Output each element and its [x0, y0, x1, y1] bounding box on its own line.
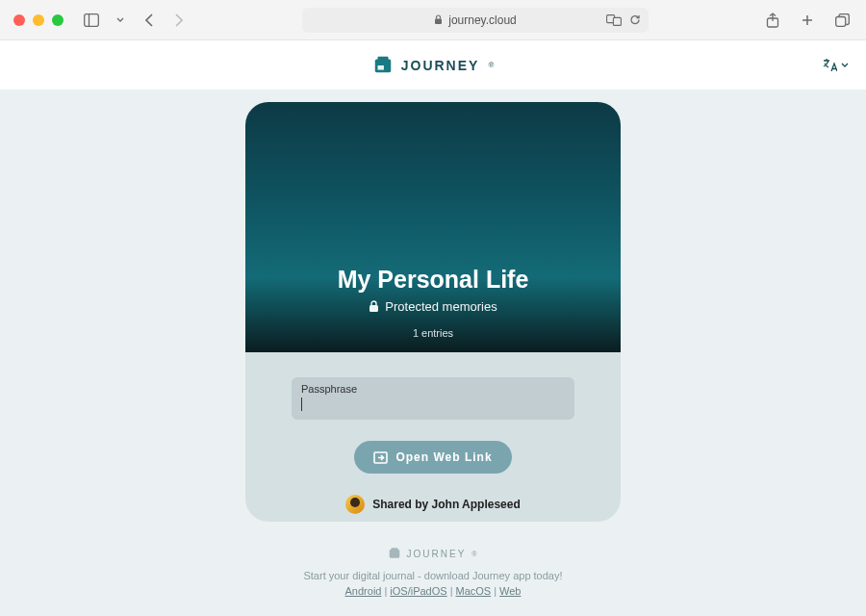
open-web-link-button[interactable]: Open Web Link [354, 441, 511, 474]
forward-button[interactable] [167, 10, 189, 31]
brand-text: JOURNEY [401, 58, 480, 73]
open-icon [373, 451, 388, 464]
close-window-button[interactable] [13, 14, 25, 26]
passphrase-field[interactable]: Passphrase [292, 377, 574, 420]
journal-title: My Personal Life [338, 266, 529, 294]
card-body: Passphrase Open Web Link Shared by John … [245, 352, 621, 522]
journey-logo-icon [372, 55, 394, 76]
translate-icon[interactable] [606, 14, 622, 26]
app-header: JOURNEY® [0, 40, 866, 90]
link-android[interactable]: Android [345, 585, 382, 597]
shared-by: Shared by John Appleseed [345, 495, 521, 514]
maximize-window-button[interactable] [52, 14, 64, 26]
svg-rect-2 [435, 19, 442, 25]
card-hero: My Personal Life Protected memories 1 en… [245, 102, 621, 352]
share-card: My Personal Life Protected memories 1 en… [245, 102, 621, 522]
back-button[interactable] [139, 10, 160, 31]
svg-rect-6 [835, 16, 845, 26]
journey-logo-icon [388, 547, 401, 560]
brand-logo[interactable]: JOURNEY® [372, 55, 495, 76]
svg-rect-9 [377, 65, 383, 70]
lock-icon [369, 300, 379, 313]
browser-toolbar: journey.cloud [0, 0, 866, 40]
url-text: journey.cloud [448, 13, 517, 27]
entries-count: 1 entries [413, 327, 453, 339]
avatar [345, 495, 365, 514]
language-selector[interactable] [822, 58, 849, 73]
address-bar[interactable]: journey.cloud [302, 8, 649, 33]
new-tab-icon[interactable] [797, 10, 818, 31]
share-icon[interactable] [762, 10, 783, 31]
passphrase-input[interactable] [301, 398, 565, 411]
chevron-down-icon[interactable] [110, 10, 131, 31]
footer-tagline: Start your digital journal - download Jo… [303, 570, 562, 581]
passphrase-label: Passphrase [301, 383, 565, 395]
tabs-icon[interactable] [831, 10, 853, 31]
page-footer: JOURNEY ® Start your digital journal - d… [303, 547, 562, 616]
window-controls [13, 14, 64, 26]
svg-rect-12 [389, 550, 399, 558]
sidebar-toggle-icon[interactable] [81, 10, 102, 31]
footer-links: Android|iOS/iPadOS|MacOS|Web [303, 585, 562, 597]
chevron-down-icon [841, 63, 849, 68]
journal-subtitle: Protected memories [369, 299, 497, 314]
link-ios[interactable]: iOS/iPadOS [390, 585, 446, 597]
svg-rect-10 [369, 305, 378, 312]
svg-rect-8 [377, 56, 388, 60]
footer-brand: JOURNEY ® [303, 547, 562, 560]
reload-icon[interactable] [629, 13, 641, 26]
svg-rect-4 [613, 17, 621, 25]
page-content: My Personal Life Protected memories 1 en… [0, 90, 866, 616]
translate-icon [822, 58, 837, 73]
svg-rect-0 [85, 13, 99, 26]
link-macos[interactable]: MacOS [455, 585, 491, 597]
lock-icon [434, 14, 443, 25]
minimize-window-button[interactable] [33, 14, 44, 26]
link-web[interactable]: Web [499, 585, 521, 597]
svg-rect-13 [391, 548, 397, 550]
brand-mark: ® [488, 61, 494, 69]
